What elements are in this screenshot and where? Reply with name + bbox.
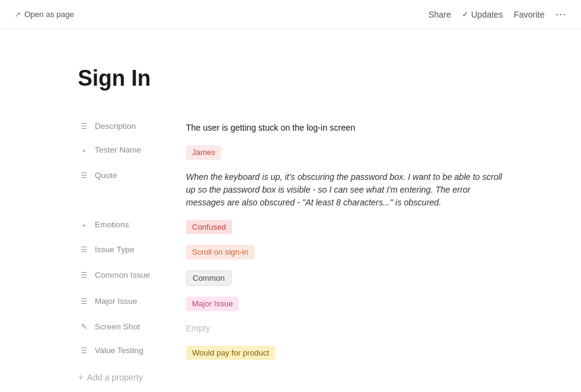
property-tester-name: Tester Name James	[78, 139, 503, 165]
emotions-label: Emotions	[95, 219, 186, 229]
property-issue-type: Issue Type Scroll on sign-in	[78, 239, 503, 264]
major-issue-icon	[78, 295, 90, 306]
description-icon	[78, 120, 90, 131]
tester-name-label: Tester Name	[95, 144, 186, 154]
common-issue-label: Common Issue	[95, 269, 186, 280]
add-property-plus-icon: +	[78, 372, 83, 383]
check-icon: ✓	[462, 10, 469, 19]
value-testing-value[interactable]: Would pay for product	[186, 345, 503, 360]
issue-type-label: Issue Type	[95, 244, 186, 254]
favorite-button[interactable]: Favorite	[514, 10, 545, 19]
screen-shot-icon	[78, 321, 90, 331]
updates-item[interactable]: ✓ Updates	[462, 10, 503, 19]
emotions-tag[interactable]: Confused	[186, 220, 232, 235]
updates-label: Updates	[471, 10, 503, 19]
page-content: Sign In Description The user is getting …	[29, 29, 552, 392]
share-button[interactable]: Share	[428, 10, 451, 19]
description-label: Description	[95, 120, 186, 131]
description-value[interactable]: The user is getting stuck on the log-in …	[186, 120, 503, 134]
common-issue-value[interactable]: Common	[186, 269, 503, 286]
value-testing-tag[interactable]: Would pay for product	[186, 346, 275, 360]
emotions-icon	[78, 219, 90, 229]
quote-label: Quote	[95, 170, 186, 180]
value-testing-label: Value Testing	[95, 345, 186, 355]
issue-type-icon	[78, 244, 90, 254]
open-as-page-button[interactable]: ↗ Open as page	[15, 10, 74, 19]
property-value-testing: Value Testing Would pay for product	[78, 340, 503, 365]
issue-type-value[interactable]: Scroll on sign-in	[186, 244, 503, 260]
property-screen-shot: Screen Shot Empty	[78, 316, 503, 340]
page-title: Sign In	[78, 66, 503, 91]
property-quote: Quote When the keyboard is up, it's obsc…	[78, 165, 503, 214]
top-bar: ↗ Open as page Share ✓ Updates Favorite …	[0, 0, 581, 29]
common-issue-tag[interactable]: Common	[186, 270, 232, 286]
open-as-page-label: Open as page	[24, 10, 74, 19]
property-major-issue: Major Issue Major Issue	[78, 291, 503, 316]
major-issue-label: Major Issue	[95, 295, 186, 306]
property-description: Description The user is getting stuck on…	[78, 115, 503, 139]
more-button[interactable]: ···	[555, 8, 566, 21]
add-property-label: Add a property	[87, 373, 143, 382]
major-issue-tag[interactable]: Major Issue	[186, 297, 239, 311]
major-issue-value[interactable]: Major Issue	[186, 295, 503, 311]
property-common-issue: Common Issue Common	[78, 264, 503, 291]
screen-shot-label: Screen Shot	[95, 321, 186, 331]
screen-shot-value[interactable]: Empty	[186, 321, 503, 335]
property-emotions: Emotions Confused	[78, 214, 503, 239]
common-issue-icon	[78, 269, 90, 280]
tester-name-value[interactable]: James	[186, 144, 503, 160]
issue-type-tag[interactable]: Scroll on sign-in	[186, 245, 255, 260]
emotions-value[interactable]: Confused	[186, 219, 503, 235]
tester-name-tag[interactable]: James	[186, 145, 221, 160]
value-testing-icon	[78, 345, 90, 355]
open-as-page-icon: ↗	[15, 10, 21, 19]
properties-list: Description The user is getting stuck on…	[78, 115, 503, 365]
quote-icon	[78, 170, 90, 180]
quote-value[interactable]: When the keyboard is up, it's obscuring …	[186, 170, 503, 209]
tester-name-icon	[78, 144, 90, 154]
add-property-button[interactable]: + Add a property	[78, 367, 503, 388]
